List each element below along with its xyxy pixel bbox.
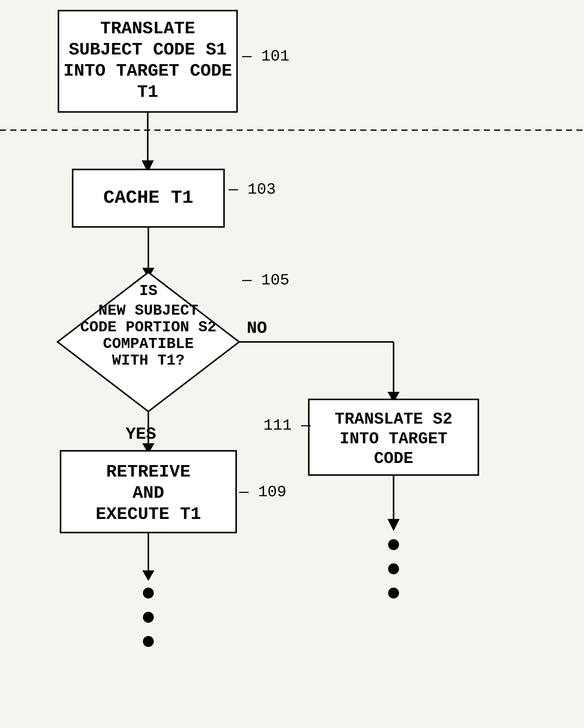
dot-right-3 [388, 588, 399, 598]
dot-left-2 [143, 612, 154, 623]
node-105-text-line5: WITH T1? [112, 352, 185, 369]
ref-105: — 105 [242, 271, 289, 289]
dot-left-1 [143, 588, 154, 598]
dot-right-1 [388, 539, 399, 550]
flowchart-diagram: TRANSLATE SUBJECT CODE S1 INTO TARGET CO… [0, 0, 584, 728]
ref-109: — 109 [239, 483, 286, 501]
node-105-text-line1: IS [139, 282, 157, 300]
label-yes: YES [126, 424, 156, 444]
node-109-text-line1: RETREIVE [106, 462, 191, 482]
node-105-text-line3: CODE PORTION S2 [80, 319, 217, 336]
label-no: NO [247, 319, 267, 338]
node-101-text-line4: T1 [137, 82, 158, 102]
ref-103: — 103 [228, 181, 276, 199]
node-105-text-line2: NEW SUBJECT [98, 302, 198, 319]
node-105-text-line4: COMPATIBLE [103, 335, 194, 353]
ref-101: — 101 [242, 48, 289, 66]
node-101-text-line1: TRANSLATE [100, 19, 195, 38]
node-111-text-line1: TRANSLATE S2 [335, 410, 453, 428]
node-109-text-line3: EXECUTE T1 [96, 504, 201, 524]
node-101-text-line2: SUBJECT CODE S1 [69, 40, 227, 60]
node-111-text-line3: CODE [374, 449, 413, 468]
node-111-text-line2: INTO TARGET [340, 430, 448, 448]
ref-111: 111 — [263, 417, 311, 435]
dot-left-3 [143, 636, 154, 647]
node-109-text-line2: AND [133, 483, 164, 503]
node-103-text: CACHE T1 [103, 187, 194, 208]
node-101-text-line3: INTO TARGET CODE [64, 61, 232, 81]
dot-right-2 [388, 564, 399, 574]
